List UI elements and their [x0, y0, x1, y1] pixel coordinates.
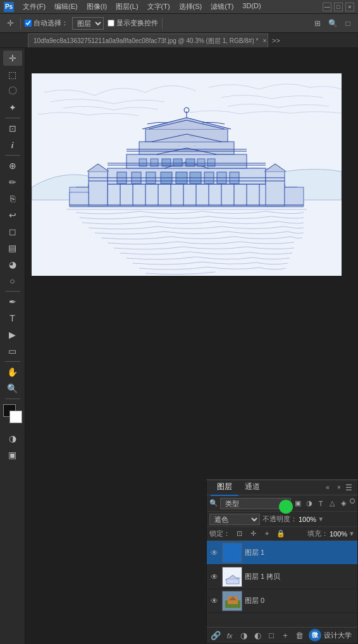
separator2 — [5, 155, 20, 156]
move-tool[interactable]: ✛ — [3, 51, 22, 66]
channels-tab[interactable]: 通道 — [238, 479, 266, 496]
svg-rect-3 — [89, 184, 285, 206]
layer-1-thumbnail — [222, 543, 242, 563]
healing-tool[interactable]: ⊕ — [3, 158, 22, 173]
opacity-value: 100% — [299, 516, 316, 523]
svg-rect-55 — [70, 205, 304, 207]
minimize-button[interactable]: — — [323, 3, 331, 11]
new-layer-button[interactable]: + — [279, 629, 292, 642]
fx-button[interactable]: fx — [223, 629, 236, 642]
tab-more-button[interactable]: >> — [268, 34, 284, 47]
lock-label: 锁定： — [209, 529, 230, 538]
layer-select[interactable]: 图层 — [72, 17, 104, 30]
layers-panel-header: 图层 通道 « × ☰ — [207, 480, 357, 495]
auto-select-label: 自动选择： — [34, 18, 68, 28]
adjustment-button[interactable]: ◐ — [251, 629, 264, 642]
screen-mode-icon[interactable]: ▣ — [3, 447, 22, 462]
lasso-tool[interactable]: 〇 — [3, 84, 22, 99]
canvas-area: 图层 通道 « × ☰ 🔍 类型 ▣ ◑ T △ ◈ — [25, 48, 358, 644]
adjustment-filter-icon[interactable]: ◑ — [304, 498, 314, 509]
options-toolbar: ✛ 自动选择： 图层 显示变换控件 ⊞ 🔍 □ — [0, 14, 358, 33]
crop-tool[interactable]: ⊡ — [3, 121, 22, 136]
smart-filter-icon[interactable]: ◈ — [338, 498, 349, 509]
menu-text[interactable]: 文字(T) — [144, 1, 174, 13]
link-layers-button[interactable]: 🔗 — [209, 629, 222, 642]
hand-tool[interactable]: ✋ — [3, 364, 22, 380]
group-button[interactable]: □ — [265, 629, 278, 642]
search-icon[interactable]: 🔍 — [326, 17, 339, 30]
eyedropper-tool[interactable]: 𝒊 — [3, 137, 22, 152]
tab-filename: 10dfa9ec8a13632751211a0a9a8fa0ec08fac73f… — [34, 37, 258, 46]
tab-close-button[interactable]: × — [261, 37, 268, 45]
zoom-tool[interactable]: 🔍 — [3, 381, 22, 396]
layer-3-visibility[interactable]: 👁 — [209, 596, 219, 606]
menu-3d[interactable]: 3D(D) — [238, 1, 264, 13]
auto-select-check[interactable] — [25, 20, 32, 27]
auto-select-checkbox[interactable]: 自动选择： — [25, 18, 68, 28]
shape-filter-icon[interactable]: △ — [327, 498, 337, 509]
lock-position-icon[interactable]: ✛ — [248, 529, 258, 538]
gradient-tool[interactable]: ▤ — [3, 240, 22, 256]
magic-wand-tool[interactable]: ✦ — [3, 100, 22, 115]
layer-2-visibility[interactable]: 👁 — [209, 572, 219, 582]
layer-1-solid-thumb — [223, 543, 242, 562]
menu-file[interactable]: 文件(F) — [19, 1, 49, 13]
arrange-icon[interactable]: ⊞ — [311, 17, 324, 30]
maximize-button[interactable]: □ — [334, 3, 343, 11]
document-tab[interactable]: 10dfa9ec8a13632751211a0a9a8fa0ec08fac73f… — [28, 34, 268, 47]
show-transform-check[interactable] — [108, 20, 114, 27]
separator3 — [5, 291, 20, 292]
collapse-button[interactable]: « — [323, 483, 332, 492]
history-brush-tool[interactable]: ↩ — [3, 207, 22, 223]
pixel-filter-icon[interactable]: ▣ — [293, 498, 303, 509]
eraser-tool[interactable]: ◻ — [3, 224, 22, 239]
lock-artboard-icon[interactable]: ⌖ — [262, 529, 272, 538]
layers-panel: 图层 通道 « × ☰ 🔍 类型 ▣ ◑ T △ ◈ — [206, 480, 358, 644]
delete-layer-button[interactable]: 🗑 — [293, 629, 306, 642]
pen-tool[interactable]: ✒ — [3, 294, 22, 309]
fill-value: 100% — [330, 530, 347, 538]
separator4 — [5, 361, 20, 362]
lock-all-icon[interactable]: 🔒 — [276, 529, 286, 538]
text-filter-icon[interactable]: T — [316, 498, 326, 509]
blend-mode-row: 遮色 不透明度： 100% ▼ — [207, 512, 357, 527]
menu-select[interactable]: 选择(S) — [175, 1, 206, 13]
svg-rect-26 — [266, 171, 285, 206]
layer-1-visibility[interactable]: 👁 — [209, 548, 219, 558]
filter-toggle-dot[interactable] — [350, 498, 355, 504]
add-mask-button[interactable]: ◑ — [237, 629, 250, 642]
blur-tool[interactable]: ◕ — [3, 257, 22, 272]
expand-button[interactable]: × — [335, 483, 343, 492]
layer-2-thumbnail — [222, 567, 242, 587]
menu-image[interactable]: 图像(I) — [83, 1, 111, 13]
blend-mode-select[interactable]: 遮色 — [209, 514, 260, 525]
layer-row-1[interactable]: 👁 图层 1 — [207, 541, 357, 565]
show-transform-checkbox[interactable]: 显示变换控件 — [108, 18, 158, 28]
tab-bar: 10dfa9ec8a13632751211a0a9a8fa0ec08fac73f… — [0, 33, 358, 48]
lock-pixels-icon[interactable]: ⊡ — [234, 529, 244, 538]
dodge-tool[interactable]: ○ — [3, 273, 22, 288]
background-color[interactable] — [9, 411, 22, 423]
layers-tab[interactable]: 图层 — [211, 479, 238, 496]
close-button[interactable]: × — [345, 3, 354, 11]
menu-bar: 文件(F) 编辑(E) 图像(I) 图层(L) 文字(T) 选择(S) 滤镜(T… — [19, 1, 318, 13]
path-select-tool[interactable]: ▶ — [3, 327, 22, 342]
move-tool-icon[interactable]: ✛ — [4, 17, 16, 30]
quick-mask-icon[interactable]: ◑ — [3, 431, 22, 446]
sketch-image — [32, 73, 342, 276]
menu-layer[interactable]: 图层(L) — [112, 1, 142, 13]
shape-tool[interactable]: ▭ — [3, 344, 22, 359]
layer-row-3[interactable]: 👁 图层 0 — [207, 589, 357, 613]
canvas-content[interactable] — [32, 73, 342, 276]
clone-tool[interactable]: ⎘ — [3, 191, 22, 206]
layer-row-2[interactable]: 👁 图层 1 拷贝 — [207, 565, 357, 589]
panel-menu-icon[interactable]: ☰ — [343, 483, 354, 493]
menu-filter[interactable]: 滤镜(T) — [207, 1, 237, 13]
panel-controls: « × — [323, 483, 343, 492]
options-icon[interactable]: □ — [342, 17, 354, 30]
color-boxes[interactable] — [3, 404, 22, 423]
brush-tool[interactable]: ✏ — [3, 175, 22, 190]
selection-tool[interactable]: ⬚ — [3, 67, 22, 82]
menu-edit[interactable]: 编辑(E) — [51, 1, 82, 13]
text-tool[interactable]: T — [3, 311, 22, 326]
